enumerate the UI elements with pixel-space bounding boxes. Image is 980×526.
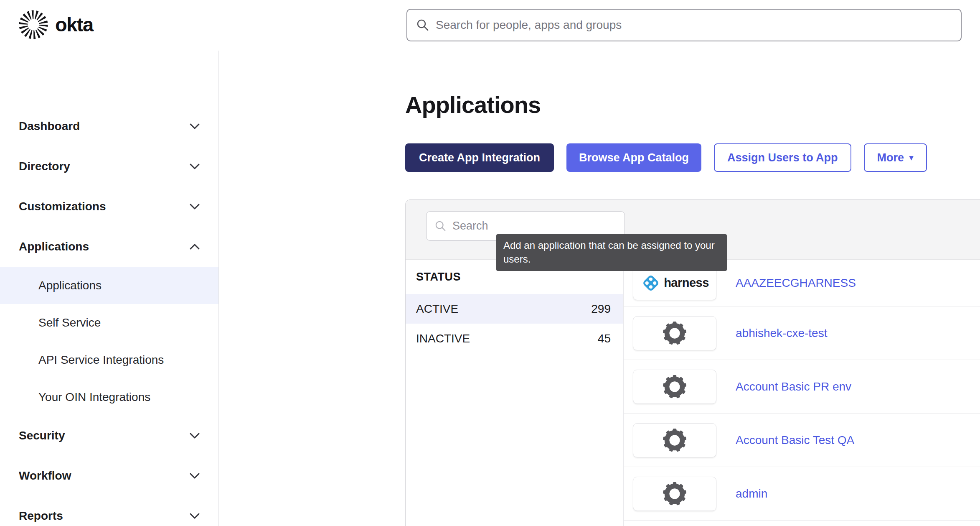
top-header: okta	[0, 0, 980, 50]
status-filter: STATUS ACTIVE 299 INACTIVE 45	[406, 260, 624, 526]
gear-icon	[633, 370, 716, 404]
okta-admin-console: okta Dashboard Directory	[0, 0, 980, 526]
chevron-down-icon	[189, 472, 200, 479]
filter-label: ACTIVE	[416, 302, 458, 316]
filter-label: INACTIVE	[416, 332, 470, 345]
app-row: Account Basic PR env	[624, 360, 980, 414]
chevron-down-icon	[189, 203, 200, 210]
sidebar-item-reports[interactable]: Reports	[0, 496, 218, 526]
panel-content: STATUS ACTIVE 299 INACTIVE 45	[406, 260, 980, 526]
app-link[interactable]: Account Basic PR env	[736, 380, 851, 393]
sidebar-item-applications[interactable]: Applications	[0, 227, 218, 267]
page-title: Applications	[405, 91, 541, 118]
sidebar-subitem-label: Your OIN Integrations	[38, 391, 150, 404]
sidebar-item-security[interactable]: Security	[0, 416, 218, 456]
filter-row-inactive[interactable]: INACTIVE 45	[406, 324, 623, 353]
filter-row-active[interactable]: ACTIVE 299	[406, 294, 623, 324]
app-link[interactable]: AAAZEECGHARNESS	[736, 276, 856, 290]
chevron-down-icon	[189, 432, 200, 439]
sidebar-item-label: Reports	[19, 509, 63, 523]
app-search-input[interactable]	[452, 220, 625, 232]
sidebar-item-label: Applications	[19, 240, 89, 253]
chevron-down-icon	[189, 163, 200, 170]
okta-logo-text: okta	[55, 13, 93, 36]
sidebar-item-label: Security	[19, 429, 65, 442]
app-row: admin	[624, 467, 980, 521]
app-link[interactable]: abhishek-cxe-test	[736, 327, 827, 340]
tooltip: Add an application that can be assigned …	[496, 234, 727, 271]
browse-app-catalog-button[interactable]: Browse App Catalog	[566, 143, 701, 172]
assign-users-to-app-button[interactable]: Assign Users to App	[714, 143, 851, 172]
sidebar-item-workflow[interactable]: Workflow	[0, 456, 218, 496]
okta-aura-icon	[18, 9, 48, 39]
app-list: harness AAAZEECGHARNESS	[624, 260, 980, 526]
okta-logo[interactable]: okta	[18, 9, 93, 39]
sidebar-item-directory[interactable]: Directory	[0, 146, 218, 186]
sidebar-item-customizations[interactable]: Customizations	[0, 186, 218, 227]
gear-icon	[633, 477, 716, 511]
app-link[interactable]: Account Basic Test QA	[736, 434, 854, 447]
sidebar-item-label: Dashboard	[19, 120, 80, 133]
gear-icon	[633, 316, 716, 350]
status-filter-title: STATUS	[416, 271, 461, 283]
gear-icon	[633, 423, 716, 457]
chevron-down-icon	[189, 513, 200, 519]
sidebar-subitem-your-oin-integrations[interactable]: Your OIN Integrations	[0, 378, 218, 416]
action-buttons: Create App Integration Browse App Catalo…	[405, 143, 927, 172]
sidebar-subitem-self-service[interactable]: Self Service	[0, 304, 218, 341]
sidebar-item-label: Directory	[19, 160, 70, 173]
more-button[interactable]: More ▾	[864, 143, 927, 172]
search-icon	[416, 19, 429, 31]
sidebar-item-label: Customizations	[19, 200, 106, 213]
chevron-down-icon	[189, 123, 200, 130]
app-row: Account Basic Test QA	[624, 414, 980, 467]
sidebar-item-dashboard[interactable]: Dashboard	[0, 106, 218, 146]
sidebar-item-label: Workflow	[19, 469, 71, 483]
filter-count: 45	[598, 332, 611, 345]
sidebar-subitem-api-service-integrations[interactable]: API Service Integrations	[0, 341, 218, 378]
sidebar-nav: Dashboard Directory Customizations Appli…	[0, 51, 219, 526]
global-search[interactable]	[406, 9, 962, 41]
create-app-integration-button[interactable]: Create App Integration	[405, 143, 554, 172]
more-button-label: More	[877, 151, 904, 164]
filter-count: 299	[591, 302, 611, 316]
search-icon	[435, 220, 447, 232]
app-link[interactable]: admin	[736, 487, 767, 500]
sidebar-subitem-label: Applications	[38, 279, 102, 292]
chevron-up-icon	[189, 243, 200, 250]
harness-logo-text: harness	[664, 276, 709, 290]
sidebar-subitem-label: API Service Integrations	[38, 353, 164, 367]
global-search-input[interactable]	[436, 18, 961, 32]
sidebar-subitem-label: Self Service	[38, 316, 101, 329]
app-row: abhishek-cxe-test	[624, 306, 980, 360]
sidebar-subitem-applications[interactable]: Applications	[0, 267, 218, 304]
dropdown-caret-icon: ▾	[909, 153, 914, 163]
